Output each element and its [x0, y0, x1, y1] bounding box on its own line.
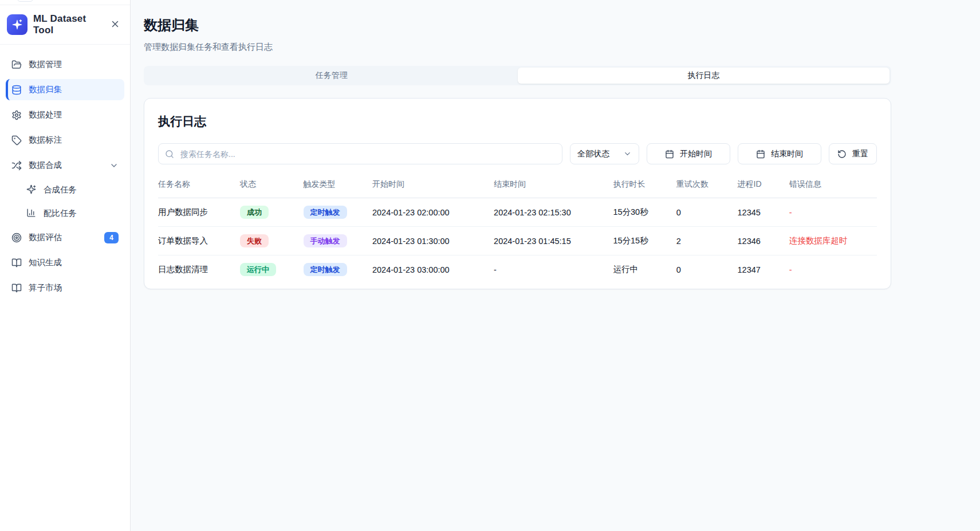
folder-icon: [11, 60, 22, 70]
close-icon: [110, 19, 120, 31]
task-name-cell: 用户数据同步: [158, 198, 240, 227]
col-status: 状态: [240, 179, 303, 198]
error-cell: -: [789, 255, 877, 284]
sidebar-item-knowledge-generation[interactable]: 知识生成: [6, 252, 124, 273]
end-date-picker[interactable]: 结束时间: [738, 143, 821, 164]
col-task-name: 任务名称: [158, 179, 240, 198]
trigger-badge: 定时触发: [304, 206, 347, 219]
col-retries: 重试次数: [676, 179, 738, 198]
book-open-icon: [11, 283, 22, 293]
duration-cell: 运行中: [613, 255, 676, 284]
table-row[interactable]: 订单数据导入 失败 手动触发 2024-01-23 01:30:00 2024-…: [158, 227, 877, 255]
sidebar-item-data-annotation[interactable]: 数据标注: [6, 129, 124, 151]
col-error: 错误信息: [789, 179, 877, 198]
table-header-row: 任务名称 状态 触发类型 开始时间 结束时间 执行时长 重试次数 进程ID 错误…: [158, 179, 877, 198]
start-date-picker[interactable]: 开始时间: [647, 143, 730, 164]
end-time-cell: -: [494, 255, 613, 284]
sidebar-item-synthesis-task[interactable]: 合成任务: [6, 180, 124, 199]
tab-task-management[interactable]: 任务管理: [145, 68, 518, 84]
sidebar-item-label: 合成任务: [44, 184, 119, 195]
sidebar-item-label: 数据处理: [29, 109, 119, 120]
database-icon: [11, 85, 22, 95]
sidebar-item-data-synthesis[interactable]: 数据合成: [6, 155, 124, 176]
main-content: 数据归集 管理数据归集任务和查看执行日志 任务管理 执行日志 执行日志 全部状态: [131, 0, 980, 531]
sidebar-item-operator-market[interactable]: 算子市场: [6, 277, 124, 298]
sidebar-item-label: 配比任务: [44, 208, 119, 219]
col-start-time: 开始时间: [372, 179, 494, 198]
start-time-cell: 2024-01-23 03:00:00: [372, 255, 494, 284]
status-badge: 失败: [240, 234, 269, 247]
col-pid: 进程ID: [738, 179, 789, 198]
end-time-cell: 2024-01-23 01:45:15: [494, 227, 613, 255]
filter-bar: 全部状态 开始时间 结束时间: [158, 143, 877, 164]
retries-cell: 0: [676, 198, 738, 227]
page-title: 数据归集: [144, 16, 891, 34]
tag-icon: [11, 135, 22, 145]
start-date-label: 开始时间: [680, 149, 712, 159]
sidebar-item-data-collection[interactable]: 数据归集: [6, 79, 124, 100]
sidebar-nav: 数据管理 数据归集 数据处理 数据标注 数据合成: [0, 45, 130, 531]
table-row[interactable]: 日志数据清理 运行中 定时触发 2024-01-23 03:00:00 - 运行…: [158, 255, 877, 284]
brand-header: ML Dataset Tool: [0, 5, 130, 45]
tab-bar: 任务管理 执行日志: [144, 66, 891, 85]
error-cell: 连接数据库超时: [789, 227, 877, 255]
window-edge-fragment: [17, 0, 33, 2]
retries-cell: 0: [676, 255, 738, 284]
calendar-icon: [665, 150, 674, 159]
trigger-badge: 手动触发: [304, 234, 347, 247]
reset-label: 重置: [852, 149, 868, 159]
duration-cell: 15分15秒: [613, 227, 676, 255]
status-badge: 成功: [240, 206, 269, 219]
search-field-wrap: [158, 143, 562, 164]
end-time-cell: 2024-01-23 02:15:30: [494, 198, 613, 227]
tab-execution-logs[interactable]: 执行日志: [518, 68, 890, 84]
task-name-cell: 订单数据导入: [158, 227, 240, 255]
sidebar-item-data-evaluation[interactable]: 数据评估 4: [6, 227, 124, 248]
col-duration: 执行时长: [613, 179, 676, 198]
sidebar-top-strip: [0, 0, 130, 5]
status-badge: 运行中: [240, 263, 276, 276]
table-row[interactable]: 用户数据同步 成功 定时触发 2024-01-23 02:00:00 2024-…: [158, 198, 877, 227]
sparkles-icon: [26, 184, 37, 195]
sidebar-item-label: 数据管理: [29, 59, 119, 70]
book-open-icon: [11, 258, 22, 268]
logs-table: 任务名称 状态 触发类型 开始时间 结束时间 执行时长 重试次数 进程ID 错误…: [158, 179, 877, 284]
start-time-cell: 2024-01-23 01:30:00: [372, 227, 494, 255]
sidebar-item-label: 数据评估: [29, 232, 97, 243]
start-time-cell: 2024-01-23 02:00:00: [372, 198, 494, 227]
calendar-icon: [756, 150, 765, 159]
task-name-cell: 日志数据清理: [158, 255, 240, 284]
chevron-down-icon: [109, 161, 119, 170]
retries-cell: 2: [676, 227, 738, 255]
sidebar-item-ratio-task[interactable]: 配比任务: [6, 203, 124, 223]
sidebar-item-data-management[interactable]: 数据管理: [6, 54, 124, 75]
duration-cell: 15分30秒: [613, 198, 676, 227]
app-title: ML Dataset Tool: [33, 13, 103, 36]
chevron-down-icon: [623, 150, 632, 158]
sidebar-item-label: 知识生成: [29, 257, 119, 268]
col-end-time: 结束时间: [494, 179, 613, 198]
reset-button[interactable]: 重置: [829, 143, 877, 164]
search-input[interactable]: [158, 143, 562, 164]
sidebar: ML Dataset Tool 数据管理 数据归集 数据处理: [0, 0, 131, 531]
target-icon: [11, 233, 22, 243]
end-date-label: 结束时间: [771, 149, 803, 159]
page-subtitle: 管理数据归集任务和查看执行日志: [144, 42, 891, 53]
gear-icon: [11, 110, 22, 120]
status-filter-select[interactable]: 全部状态: [570, 143, 639, 164]
sidebar-item-label: 算子市场: [29, 282, 119, 293]
error-cell: -: [789, 198, 877, 227]
pid-cell: 12347: [738, 255, 789, 284]
sidebar-item-data-processing[interactable]: 数据处理: [6, 104, 124, 125]
trigger-badge: 定时触发: [304, 263, 347, 276]
bar-chart-icon: [26, 208, 37, 218]
pid-cell: 12345: [738, 198, 789, 227]
status-filter-value: 全部状态: [577, 149, 609, 159]
sidebar-item-label: 数据归集: [29, 84, 119, 95]
sidebar-item-label: 数据标注: [29, 135, 119, 145]
rotate-ccw-icon: [837, 150, 847, 159]
col-trigger: 触发类型: [304, 179, 372, 198]
close-sidebar-button[interactable]: [108, 18, 122, 32]
card-title: 执行日志: [158, 113, 877, 129]
app-logo-icon: [7, 14, 27, 35]
